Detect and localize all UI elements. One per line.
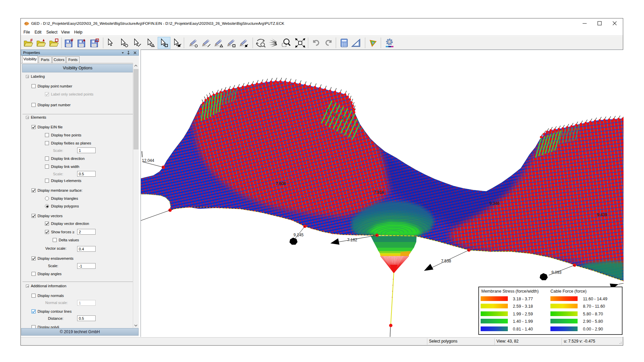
svg-text:9.439: 9.439	[597, 213, 607, 217]
svg-text:#: #	[30, 38, 33, 43]
svg-text:0.00 - 2.90: 0.00 - 2.90	[583, 327, 603, 331]
svg-text:9.093: 9.093	[551, 270, 561, 275]
svg-text:1.99 - 2.59: 1.99 - 2.59	[513, 312, 533, 316]
svg-text:3.18 - 3.77: 3.18 - 3.77	[513, 297, 533, 301]
svg-text:2.90 - 5.80: 2.90 - 5.80	[583, 319, 603, 324]
svg-text:Cable Force (force): Cable Force (force)	[550, 289, 587, 294]
svg-text:0.81 - 1.40: 0.81 - 1.40	[513, 327, 533, 331]
svg-text:12.044: 12.044	[142, 158, 154, 163]
svg-text:9.346: 9.346	[489, 201, 499, 206]
svg-text:8.70 - 11.60: 8.70 - 11.60	[583, 304, 605, 309]
svg-text:#: #	[71, 38, 73, 43]
svg-text:Membrane Stress (force/width): Membrane Stress (force/width)	[481, 289, 539, 294]
svg-text:5.80 - 8.70: 5.80 - 8.70	[583, 312, 603, 316]
svg-text:2.59 - 3.18: 2.59 - 3.18	[513, 304, 533, 309]
svg-text:7.608: 7.608	[276, 181, 286, 186]
svg-text:1.40 - 1.99: 1.40 - 1.99	[513, 319, 533, 324]
svg-text:7.538: 7.538	[441, 259, 451, 263]
svg-text:7.916: 7.916	[374, 190, 384, 195]
svg-text:7.162: 7.162	[347, 238, 357, 242]
svg-text:9.145: 9.145	[293, 233, 304, 237]
svg-text:11.60 - 14.49: 11.60 - 14.49	[583, 297, 607, 301]
